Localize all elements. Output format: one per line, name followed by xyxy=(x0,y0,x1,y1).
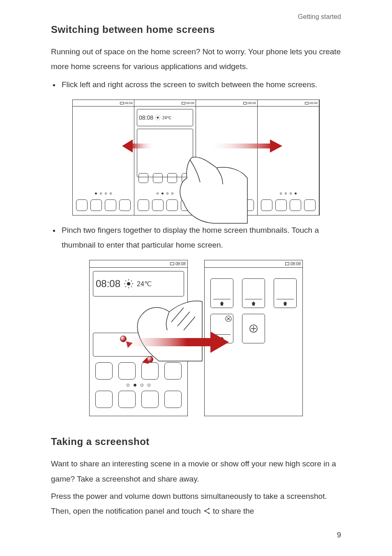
pager-dot xyxy=(100,192,102,195)
page-indicator xyxy=(258,192,319,195)
clock-weather-widget: 08:08 24℃ xyxy=(137,109,193,126)
home-icon xyxy=(283,301,288,306)
dock-row xyxy=(90,391,187,408)
svg-point-33 xyxy=(208,508,209,509)
svg-line-18 xyxy=(125,280,126,281)
app-slot xyxy=(152,199,164,211)
svg-line-35 xyxy=(205,509,208,511)
app-slot xyxy=(118,391,136,408)
home-icon xyxy=(251,301,256,306)
temperature: 24℃ xyxy=(137,280,152,288)
svg-line-7 xyxy=(156,119,156,120)
svg-point-0 xyxy=(157,117,159,119)
pager-dot xyxy=(295,192,297,195)
app-slot xyxy=(76,199,88,211)
screenshot-text-before: Press the power and volume down buttons … xyxy=(51,492,327,515)
status-time: 08:08 xyxy=(186,101,194,105)
svg-marker-10 xyxy=(122,139,133,153)
status-bar: 08:08 xyxy=(205,260,302,268)
bullet-list-2: Pinch two fingers together to display th… xyxy=(51,223,341,253)
page-indicator xyxy=(73,192,134,195)
dock-row xyxy=(73,199,134,211)
plus-icon xyxy=(249,324,258,333)
svg-line-19 xyxy=(131,286,132,287)
pager-dot xyxy=(161,192,164,195)
status-bar: 08:08 xyxy=(258,100,319,107)
arrow-right-icon xyxy=(208,138,282,154)
document-page: Getting started Switching between home s… xyxy=(0,0,392,556)
svg-line-21 xyxy=(131,280,132,281)
app-slot xyxy=(138,199,149,211)
bullet-item-pinch: Pinch two fingers together to display th… xyxy=(51,223,341,253)
svg-rect-11 xyxy=(208,144,273,148)
app-slot xyxy=(138,173,148,183)
clock-time: 08:08 xyxy=(96,278,120,290)
pager-dot xyxy=(141,384,143,387)
battery-icon xyxy=(170,262,174,265)
app-slot xyxy=(90,199,102,211)
status-bar: 08:08 xyxy=(196,100,257,107)
pager-dot xyxy=(110,192,112,195)
status-time: 08:08 xyxy=(125,101,133,105)
pager-dot xyxy=(290,192,292,195)
home-panel-4: 08:08 xyxy=(258,100,319,215)
intro-paragraph: Running out of space on the home screen?… xyxy=(51,44,341,74)
app-slot xyxy=(290,199,301,211)
svg-line-20 xyxy=(125,286,126,287)
app-slot xyxy=(95,391,113,408)
pager-dot xyxy=(166,192,168,195)
app-slot xyxy=(304,199,316,211)
pager-dot xyxy=(127,384,129,387)
screenshot-paragraph-2: Press the power and volume down buttons … xyxy=(51,489,341,519)
bullet-item-flick: Flick left and right across the screen t… xyxy=(51,77,341,92)
section-heading-switching: Switching between home screens xyxy=(51,24,341,35)
app-slot xyxy=(119,199,131,211)
pager-dot xyxy=(105,192,107,195)
battery-icon xyxy=(285,262,289,265)
figure-swipe-home-screens: 08:08 08:08 xyxy=(51,100,341,215)
arrow-right-icon xyxy=(122,330,229,354)
close-x-icon xyxy=(225,315,232,322)
pager-dot xyxy=(134,384,136,387)
add-home-thumbnail xyxy=(242,314,265,343)
share-icon xyxy=(203,507,213,515)
status-time: 08:08 xyxy=(291,262,301,266)
temperature: 24℃ xyxy=(162,116,171,120)
status-bar: 08:08 xyxy=(73,100,134,107)
svg-line-8 xyxy=(159,116,160,116)
figure-pinch-thumbnails: 08:08 08:08 24℃ xyxy=(51,260,341,429)
battery-icon xyxy=(243,102,247,104)
battery-icon xyxy=(120,102,124,104)
svg-line-5 xyxy=(156,116,156,116)
section-heading-screenshot: Taking a screenshot xyxy=(51,436,341,447)
svg-marker-31 xyxy=(210,331,229,353)
figure-2-frame: 08:08 08:08 24℃ xyxy=(89,260,303,429)
battery-icon xyxy=(182,102,185,104)
sun-icon xyxy=(124,279,134,289)
svg-point-13 xyxy=(127,282,130,285)
home-icon xyxy=(219,301,224,306)
home-thumbnail xyxy=(274,278,297,308)
battery-icon xyxy=(305,102,309,104)
pager-dot xyxy=(157,192,159,195)
page-indicator xyxy=(90,384,187,387)
app-slot xyxy=(105,199,116,211)
clock-weather-widget: 08:08 24℃ xyxy=(93,271,184,297)
sun-icon xyxy=(155,115,161,120)
status-time: 08:08 xyxy=(248,101,256,105)
clock-time: 08:08 xyxy=(139,114,153,121)
app-slot xyxy=(118,362,136,380)
screenshot-text-after: to share the xyxy=(213,507,254,515)
app-slot xyxy=(141,391,159,408)
pager-dot xyxy=(148,384,150,387)
bullet-list-1: Flick left and right across the screen t… xyxy=(51,77,341,92)
app-slot xyxy=(261,199,272,211)
status-bar: 08:08 xyxy=(134,100,196,107)
home-thumbnail xyxy=(242,278,265,308)
status-bar: 08:08 xyxy=(90,260,187,268)
figure-1-frame: 08:08 08:08 xyxy=(72,100,320,215)
app-slot xyxy=(164,391,182,408)
svg-rect-9 xyxy=(130,144,155,148)
screenshot-paragraph-1: Want to share an interesting scene in a … xyxy=(51,456,341,486)
app-slot xyxy=(95,362,113,380)
